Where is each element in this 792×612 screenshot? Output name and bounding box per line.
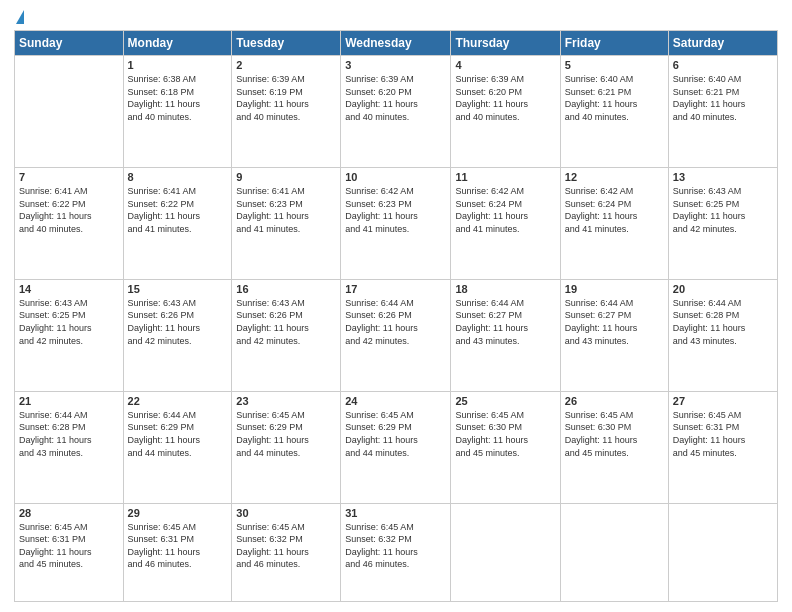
day-number: 3 (345, 59, 446, 71)
calendar-cell: 2Sunrise: 6:39 AMSunset: 6:19 PMDaylight… (232, 56, 341, 168)
day-info: Sunrise: 6:43 AMSunset: 6:25 PMDaylight:… (673, 185, 773, 235)
day-info: Sunrise: 6:40 AMSunset: 6:21 PMDaylight:… (673, 73, 773, 123)
calendar-cell: 12Sunrise: 6:42 AMSunset: 6:24 PMDayligh… (560, 167, 668, 279)
day-info: Sunrise: 6:39 AMSunset: 6:20 PMDaylight:… (345, 73, 446, 123)
day-info: Sunrise: 6:45 AMSunset: 6:29 PMDaylight:… (345, 409, 446, 459)
weekday-header-saturday: Saturday (668, 31, 777, 56)
calendar-cell: 9Sunrise: 6:41 AMSunset: 6:23 PMDaylight… (232, 167, 341, 279)
day-number: 11 (455, 171, 555, 183)
weekday-header-sunday: Sunday (15, 31, 124, 56)
calendar-cell (560, 503, 668, 601)
calendar-cell (668, 503, 777, 601)
day-number: 12 (565, 171, 664, 183)
day-number: 17 (345, 283, 446, 295)
day-info: Sunrise: 6:44 AMSunset: 6:26 PMDaylight:… (345, 297, 446, 347)
calendar-cell: 8Sunrise: 6:41 AMSunset: 6:22 PMDaylight… (123, 167, 232, 279)
day-number: 19 (565, 283, 664, 295)
calendar-cell: 11Sunrise: 6:42 AMSunset: 6:24 PMDayligh… (451, 167, 560, 279)
day-number: 20 (673, 283, 773, 295)
day-info: Sunrise: 6:43 AMSunset: 6:26 PMDaylight:… (128, 297, 228, 347)
calendar-cell: 18Sunrise: 6:44 AMSunset: 6:27 PMDayligh… (451, 279, 560, 391)
calendar-cell: 20Sunrise: 6:44 AMSunset: 6:28 PMDayligh… (668, 279, 777, 391)
day-info: Sunrise: 6:45 AMSunset: 6:31 PMDaylight:… (19, 521, 119, 571)
week-row-1: 1Sunrise: 6:38 AMSunset: 6:18 PMDaylight… (15, 56, 778, 168)
day-info: Sunrise: 6:42 AMSunset: 6:23 PMDaylight:… (345, 185, 446, 235)
calendar-cell: 15Sunrise: 6:43 AMSunset: 6:26 PMDayligh… (123, 279, 232, 391)
day-number: 28 (19, 507, 119, 519)
calendar-cell: 26Sunrise: 6:45 AMSunset: 6:30 PMDayligh… (560, 391, 668, 503)
calendar-cell: 24Sunrise: 6:45 AMSunset: 6:29 PMDayligh… (341, 391, 451, 503)
logo (14, 10, 24, 24)
calendar-cell: 6Sunrise: 6:40 AMSunset: 6:21 PMDaylight… (668, 56, 777, 168)
day-number: 7 (19, 171, 119, 183)
day-info: Sunrise: 6:44 AMSunset: 6:28 PMDaylight:… (673, 297, 773, 347)
calendar-cell: 16Sunrise: 6:43 AMSunset: 6:26 PMDayligh… (232, 279, 341, 391)
calendar-cell: 5Sunrise: 6:40 AMSunset: 6:21 PMDaylight… (560, 56, 668, 168)
weekday-header-thursday: Thursday (451, 31, 560, 56)
day-info: Sunrise: 6:45 AMSunset: 6:31 PMDaylight:… (128, 521, 228, 571)
day-info: Sunrise: 6:39 AMSunset: 6:20 PMDaylight:… (455, 73, 555, 123)
day-info: Sunrise: 6:39 AMSunset: 6:19 PMDaylight:… (236, 73, 336, 123)
day-number: 29 (128, 507, 228, 519)
day-info: Sunrise: 6:41 AMSunset: 6:23 PMDaylight:… (236, 185, 336, 235)
day-number: 15 (128, 283, 228, 295)
day-info: Sunrise: 6:43 AMSunset: 6:26 PMDaylight:… (236, 297, 336, 347)
day-info: Sunrise: 6:45 AMSunset: 6:32 PMDaylight:… (236, 521, 336, 571)
day-info: Sunrise: 6:44 AMSunset: 6:28 PMDaylight:… (19, 409, 119, 459)
calendar-cell: 19Sunrise: 6:44 AMSunset: 6:27 PMDayligh… (560, 279, 668, 391)
weekday-header-friday: Friday (560, 31, 668, 56)
calendar-cell: 27Sunrise: 6:45 AMSunset: 6:31 PMDayligh… (668, 391, 777, 503)
calendar-page: SundayMondayTuesdayWednesdayThursdayFrid… (0, 0, 792, 612)
day-number: 31 (345, 507, 446, 519)
day-info: Sunrise: 6:41 AMSunset: 6:22 PMDaylight:… (19, 185, 119, 235)
calendar-cell: 17Sunrise: 6:44 AMSunset: 6:26 PMDayligh… (341, 279, 451, 391)
day-number: 16 (236, 283, 336, 295)
week-row-2: 7Sunrise: 6:41 AMSunset: 6:22 PMDaylight… (15, 167, 778, 279)
day-number: 18 (455, 283, 555, 295)
calendar-cell: 13Sunrise: 6:43 AMSunset: 6:25 PMDayligh… (668, 167, 777, 279)
day-number: 2 (236, 59, 336, 71)
day-number: 1 (128, 59, 228, 71)
calendar-cell: 10Sunrise: 6:42 AMSunset: 6:23 PMDayligh… (341, 167, 451, 279)
day-info: Sunrise: 6:45 AMSunset: 6:31 PMDaylight:… (673, 409, 773, 459)
calendar-cell: 31Sunrise: 6:45 AMSunset: 6:32 PMDayligh… (341, 503, 451, 601)
day-info: Sunrise: 6:38 AMSunset: 6:18 PMDaylight:… (128, 73, 228, 123)
calendar-cell: 21Sunrise: 6:44 AMSunset: 6:28 PMDayligh… (15, 391, 124, 503)
day-info: Sunrise: 6:43 AMSunset: 6:25 PMDaylight:… (19, 297, 119, 347)
day-number: 30 (236, 507, 336, 519)
week-row-4: 21Sunrise: 6:44 AMSunset: 6:28 PMDayligh… (15, 391, 778, 503)
day-number: 9 (236, 171, 336, 183)
calendar-cell: 4Sunrise: 6:39 AMSunset: 6:20 PMDaylight… (451, 56, 560, 168)
day-info: Sunrise: 6:45 AMSunset: 6:32 PMDaylight:… (345, 521, 446, 571)
day-number: 26 (565, 395, 664, 407)
day-info: Sunrise: 6:45 AMSunset: 6:29 PMDaylight:… (236, 409, 336, 459)
calendar-cell (15, 56, 124, 168)
day-number: 14 (19, 283, 119, 295)
day-info: Sunrise: 6:44 AMSunset: 6:27 PMDaylight:… (565, 297, 664, 347)
day-number: 21 (19, 395, 119, 407)
week-row-5: 28Sunrise: 6:45 AMSunset: 6:31 PMDayligh… (15, 503, 778, 601)
calendar-cell: 25Sunrise: 6:45 AMSunset: 6:30 PMDayligh… (451, 391, 560, 503)
weekday-header-monday: Monday (123, 31, 232, 56)
day-number: 10 (345, 171, 446, 183)
logo-triangle-icon (16, 10, 24, 24)
weekday-header-row: SundayMondayTuesdayWednesdayThursdayFrid… (15, 31, 778, 56)
calendar-cell: 7Sunrise: 6:41 AMSunset: 6:22 PMDaylight… (15, 167, 124, 279)
day-number: 4 (455, 59, 555, 71)
day-number: 5 (565, 59, 664, 71)
weekday-header-tuesday: Tuesday (232, 31, 341, 56)
calendar-cell: 1Sunrise: 6:38 AMSunset: 6:18 PMDaylight… (123, 56, 232, 168)
weekday-header-wednesday: Wednesday (341, 31, 451, 56)
calendar-cell: 28Sunrise: 6:45 AMSunset: 6:31 PMDayligh… (15, 503, 124, 601)
day-info: Sunrise: 6:40 AMSunset: 6:21 PMDaylight:… (565, 73, 664, 123)
calendar-cell: 30Sunrise: 6:45 AMSunset: 6:32 PMDayligh… (232, 503, 341, 601)
calendar-cell: 22Sunrise: 6:44 AMSunset: 6:29 PMDayligh… (123, 391, 232, 503)
day-number: 6 (673, 59, 773, 71)
day-info: Sunrise: 6:45 AMSunset: 6:30 PMDaylight:… (455, 409, 555, 459)
day-info: Sunrise: 6:41 AMSunset: 6:22 PMDaylight:… (128, 185, 228, 235)
day-info: Sunrise: 6:42 AMSunset: 6:24 PMDaylight:… (565, 185, 664, 235)
day-info: Sunrise: 6:45 AMSunset: 6:30 PMDaylight:… (565, 409, 664, 459)
day-number: 22 (128, 395, 228, 407)
day-number: 25 (455, 395, 555, 407)
header (14, 10, 778, 24)
